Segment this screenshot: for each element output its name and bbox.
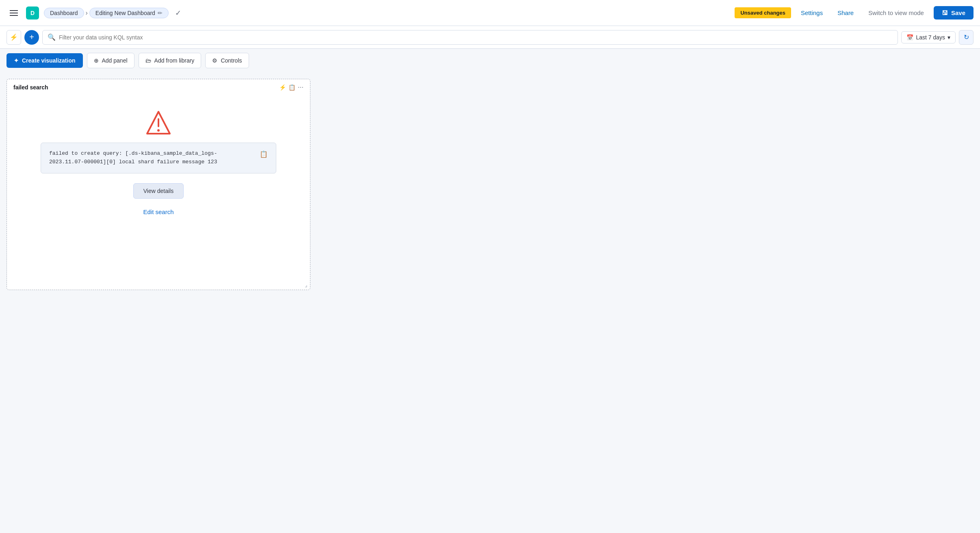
share-button[interactable]: Share	[833, 7, 859, 19]
panel-filter-icon[interactable]: ⚡	[279, 84, 286, 91]
controls-button[interactable]: ⚙ Controls	[205, 53, 249, 68]
panel-area: failed search ⚡ 📋 ⋯ failed to create que…	[0, 72, 980, 297]
panel-actions: ⚡ 📋 ⋯	[279, 84, 304, 91]
create-visualization-button[interactable]: ✦ Create visualization	[7, 53, 83, 68]
panel-card: failed search ⚡ 📋 ⋯ failed to create que…	[7, 79, 310, 290]
time-range-button[interactable]: 📅 Last 7 days ▾	[901, 31, 956, 43]
breadcrumb-current[interactable]: Editing New Dashboard ✏	[89, 8, 169, 18]
breadcrumb-separator: ›	[86, 9, 88, 17]
refresh-icon: ↻	[964, 33, 969, 41]
save-icon: 🖫	[942, 9, 948, 16]
chart-icon: ✦	[14, 57, 19, 64]
svg-point-2	[157, 129, 160, 132]
edit-icon: ✏	[158, 10, 163, 16]
hamburger-menu[interactable]	[7, 7, 21, 19]
add-panel-button[interactable]: ⊕ Add panel	[87, 53, 134, 68]
toolbar: ✦ Create visualization ⊕ Add panel 🗁 Add…	[0, 49, 980, 72]
controls-label: Controls	[221, 57, 242, 64]
calendar-icon: 📅	[906, 34, 913, 41]
search-icon: 🔍	[48, 33, 56, 41]
save-label: Save	[951, 9, 965, 16]
add-filter-button[interactable]: +	[24, 30, 39, 45]
add-library-label: Add from library	[154, 57, 195, 64]
sliders-icon: ⚙	[212, 57, 217, 64]
top-nav: D Dashboard › Editing New Dashboard ✏ ✓ …	[0, 0, 980, 26]
copy-icon[interactable]: 📋	[260, 150, 268, 158]
panel-body: failed to create query: [.ds-kibana_samp…	[7, 94, 310, 232]
breadcrumb-dashboard[interactable]: Dashboard	[44, 8, 84, 18]
warning-triangle	[145, 110, 171, 133]
edit-search-link[interactable]: Edit search	[143, 208, 173, 215]
settings-button[interactable]: Settings	[796, 7, 828, 19]
error-message: failed to create query: [.ds-kibana_samp…	[49, 150, 255, 167]
panel-title: failed search	[13, 84, 48, 91]
plus-circle-icon: ⊕	[94, 57, 99, 64]
breadcrumb-current-label: Editing New Dashboard	[95, 10, 155, 16]
error-box: failed to create query: [.ds-kibana_samp…	[41, 143, 276, 173]
filter-icon: ⚡	[10, 33, 18, 41]
kql-input[interactable]	[59, 34, 893, 41]
confirm-icon[interactable]: ✓	[175, 9, 181, 17]
resize-handle[interactable]: ⌟	[305, 282, 308, 288]
refresh-button[interactable]: ↻	[959, 30, 973, 45]
add-from-library-button[interactable]: 🗁 Add from library	[139, 53, 202, 68]
panel-save-to-library-icon[interactable]: 📋	[288, 84, 295, 91]
panel-header: failed search ⚡ 📋 ⋯	[7, 79, 310, 94]
panel-more-icon[interactable]: ⋯	[298, 84, 304, 91]
filter-toggle-button[interactable]: ⚡	[7, 30, 21, 45]
time-range-label: Last 7 days	[916, 34, 945, 41]
breadcrumb: Dashboard › Editing New Dashboard ✏	[44, 8, 169, 18]
create-viz-label: Create visualization	[22, 57, 76, 64]
unsaved-changes-badge: Unsaved changes	[735, 7, 791, 18]
chevron-down-icon: ▾	[947, 34, 950, 41]
plus-icon: +	[29, 32, 34, 42]
avatar: D	[26, 6, 39, 20]
add-panel-label: Add panel	[102, 57, 128, 64]
folder-icon: 🗁	[145, 57, 151, 64]
switch-mode-button[interactable]: Switch to view mode	[863, 7, 929, 19]
view-details-button[interactable]: View details	[133, 183, 184, 199]
kql-input-wrapper: 🔍	[42, 30, 898, 45]
filter-bar: ⚡ + 🔍 📅 Last 7 days ▾ ↻	[0, 26, 980, 49]
save-button[interactable]: 🖫 Save	[934, 6, 973, 20]
